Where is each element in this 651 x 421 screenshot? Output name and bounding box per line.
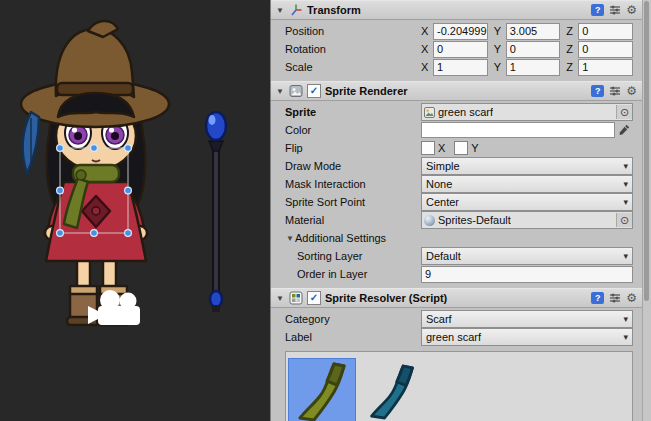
foldout-icon[interactable]: ▼ xyxy=(275,294,285,303)
material-object-field[interactable]: Sprites-Default ⊙ xyxy=(421,211,633,229)
field-label: Category xyxy=(285,313,421,325)
material-object-name: Sprites-Default xyxy=(438,214,511,226)
component-title: Transform xyxy=(307,4,361,16)
category-row: Category Scarf ▾ xyxy=(271,310,643,328)
foldout-icon[interactable]: ▼ xyxy=(275,6,285,15)
sprite-variant-green-scarf[interactable] xyxy=(289,359,355,421)
field-label: Sprite Sort Point xyxy=(285,196,421,208)
sprite-variant-teal-scarf[interactable] xyxy=(359,359,425,421)
axis-z-label[interactable]: Z xyxy=(566,61,575,73)
sprite-object-field[interactable]: green scarf ⊙ xyxy=(421,103,633,121)
position-row: Position X -0.204999 Y 3.005 Z 0 xyxy=(271,22,643,40)
draw-mode-row: Draw Mode Simple ▾ xyxy=(271,157,643,175)
gear-icon[interactable]: ⚙ xyxy=(626,4,637,16)
chevron-down-icon: ▾ xyxy=(623,314,628,324)
order-in-layer-field[interactable]: 9 xyxy=(421,266,633,283)
field-label: Mask Interaction xyxy=(285,178,421,190)
rotation-row: Rotation X 0 Y 0 Z 0 xyxy=(271,40,643,58)
presets-icon[interactable] xyxy=(609,292,621,304)
help-book-icon[interactable]: ? xyxy=(591,292,604,304)
scale-row: Scale X 1 Y 1 Z 1 xyxy=(271,58,643,76)
flip-x-label: X xyxy=(438,142,445,154)
category-dropdown[interactable]: Scarf ▾ xyxy=(421,310,633,328)
flip-y-label: Y xyxy=(471,142,478,154)
position-z-field[interactable]: 0 xyxy=(578,23,633,40)
transform-icon xyxy=(289,3,303,17)
material-sphere-icon xyxy=(424,215,435,226)
transform-component: ▼ Transform ? ⚙ xyxy=(271,0,643,78)
color-row: Color xyxy=(271,121,643,139)
sorting-layer-row: Sorting Layer Default ▾ xyxy=(271,247,643,265)
gear-icon[interactable]: ⚙ xyxy=(626,292,637,304)
inspector-scrollbar[interactable] xyxy=(642,0,651,421)
axis-z-label[interactable]: Z xyxy=(566,43,575,55)
field-label: Rotation xyxy=(285,43,421,55)
material-row: Material Sprites-Default ⊙ xyxy=(271,211,643,229)
field-label: Order in Layer xyxy=(297,268,421,280)
scene-canvas xyxy=(0,0,271,421)
help-book-icon[interactable]: ? xyxy=(591,4,604,16)
sorting-layer-dropdown[interactable]: Default ▾ xyxy=(421,247,633,265)
sprite-renderer-icon xyxy=(289,84,303,98)
scrollbar-thumb[interactable] xyxy=(644,1,649,301)
chevron-down-icon: ▾ xyxy=(623,197,628,207)
object-picker-icon[interactable]: ⊙ xyxy=(616,213,632,227)
flip-x-checkbox[interactable] xyxy=(421,141,435,155)
foldout-icon[interactable]: ▼ xyxy=(285,234,295,243)
field-label: Draw Mode xyxy=(285,160,421,172)
mask-interaction-dropdown[interactable]: None ▾ xyxy=(421,175,633,193)
draw-mode-dropdown[interactable]: Simple ▾ xyxy=(421,157,633,175)
additional-settings-label[interactable]: Additional Settings xyxy=(295,232,386,244)
position-x-field[interactable]: -0.204999 xyxy=(433,23,488,40)
chevron-down-icon: ▾ xyxy=(623,332,628,342)
transform-header[interactable]: ▼ Transform ? ⚙ xyxy=(271,0,643,20)
sprite-sort-point-row: Sprite Sort Point Center ▾ xyxy=(271,193,643,211)
scale-z-field[interactable]: 1 xyxy=(578,59,633,76)
axis-z-label[interactable]: Z xyxy=(566,25,575,37)
axis-y-label[interactable]: Y xyxy=(494,43,503,55)
sprite-renderer-header[interactable]: ▼ ✓ Sprite Renderer ? xyxy=(271,81,643,101)
component-title: Sprite Resolver (Script) xyxy=(325,292,447,304)
component-enabled-checkbox[interactable]: ✓ xyxy=(307,291,321,305)
flip-y-checkbox[interactable] xyxy=(454,141,468,155)
foldout-icon[interactable]: ▼ xyxy=(275,87,285,96)
character-sprite xyxy=(21,21,169,325)
chevron-down-icon: ▾ xyxy=(623,179,628,189)
rotation-z-field[interactable]: 0 xyxy=(578,41,633,58)
presets-icon[interactable] xyxy=(609,85,621,97)
mask-interaction-row: Mask Interaction None ▾ xyxy=(271,175,643,193)
help-book-icon[interactable]: ? xyxy=(591,85,604,97)
axis-y-label[interactable]: Y xyxy=(494,61,503,73)
sprite-variant-strip xyxy=(285,351,633,421)
sprite-resolver-component: ▼ ✓ Sprite Resolver (Script) ? xyxy=(271,288,643,421)
sprite-row: Sprite green scarf ⊙ xyxy=(271,103,643,121)
scene-view[interactable] xyxy=(0,0,271,421)
chevron-down-icon: ▾ xyxy=(623,251,628,261)
gear-icon[interactable]: ⚙ xyxy=(626,85,637,97)
axis-x-label[interactable]: X xyxy=(421,43,430,55)
sprite-sort-point-dropdown[interactable]: Center ▾ xyxy=(421,193,633,211)
field-label: Sorting Layer xyxy=(297,250,421,262)
sprite-resolver-header[interactable]: ▼ ✓ Sprite Resolver (Script) ? xyxy=(271,288,643,308)
component-title: Sprite Renderer xyxy=(325,85,408,97)
axis-x-label[interactable]: X xyxy=(421,25,430,37)
sprite-resolver-icon xyxy=(289,291,303,305)
position-y-field[interactable]: 3.005 xyxy=(506,23,561,40)
staff-sprite xyxy=(206,112,226,312)
flip-row: Flip X Y xyxy=(271,139,643,157)
axis-x-label[interactable]: X xyxy=(421,61,430,73)
presets-icon[interactable] xyxy=(609,4,621,16)
label-dropdown[interactable]: green scarf ▾ xyxy=(421,328,633,346)
sprite-object-name: green scarf xyxy=(438,106,493,118)
field-label: Label xyxy=(285,331,421,343)
color-swatch[interactable] xyxy=(421,122,615,138)
eyedropper-icon[interactable] xyxy=(615,124,633,136)
field-label: Material xyxy=(285,214,421,226)
component-enabled-checkbox[interactable]: ✓ xyxy=(307,84,321,98)
object-picker-icon[interactable]: ⊙ xyxy=(616,105,632,119)
rotation-x-field[interactable]: 0 xyxy=(433,41,488,58)
axis-y-label[interactable]: Y xyxy=(494,25,503,37)
rotation-y-field[interactable]: 0 xyxy=(506,41,561,58)
scale-y-field[interactable]: 1 xyxy=(506,59,561,76)
scale-x-field[interactable]: 1 xyxy=(433,59,488,76)
